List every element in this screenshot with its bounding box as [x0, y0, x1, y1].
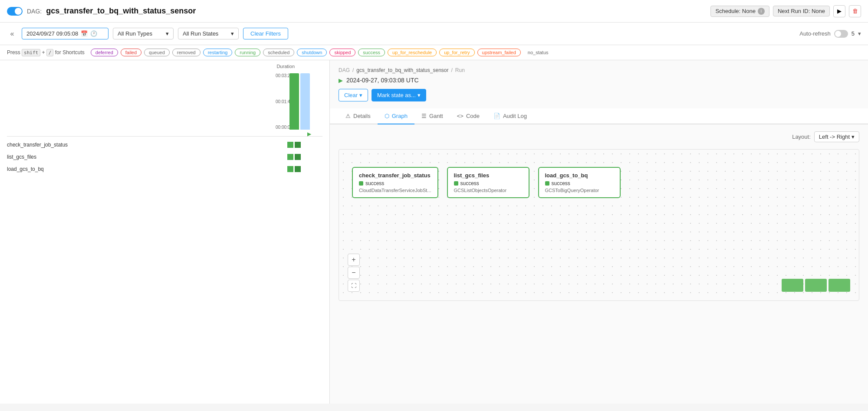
tab-audit-log[interactable]: 📄 Audit Log [487, 108, 534, 124]
breadcrumb-dag: DAG [339, 67, 350, 73]
status-badge-running[interactable]: running [235, 49, 260, 56]
datetime-input[interactable]: 2024/09/27 09:05:08 📅 🕐 [22, 28, 108, 39]
header-left: DAG: gcs_transfer_to_bq_with_status_sens… [7, 7, 196, 16]
main-content: Duration 00:03:23 00:01:41 00:00:00 ▶ ch… [0, 60, 868, 404]
run-states-label: All Run States [183, 30, 218, 37]
task-row-3[interactable]: load_gcs_to_bq [7, 163, 322, 175]
task-bar-3a [287, 166, 293, 172]
trigger-dag-button[interactable]: ▶ [833, 5, 845, 17]
auto-refresh-toggle[interactable] [834, 30, 848, 38]
task-bar-1a [287, 142, 293, 148]
mini-thumb-1 [782, 279, 803, 292]
dag-label: DAG: [27, 8, 42, 15]
clear-filters-button[interactable]: Clear Filters [243, 28, 288, 39]
layout-selector: Layout: Left -> Right ▾ [339, 131, 859, 142]
node-operator-1: CloudDataTransferServiceJobSt... [359, 188, 431, 193]
tab-graph-label: Graph [392, 113, 408, 119]
breadcrumb-run-label: Run [455, 67, 465, 73]
refresh-chevron[interactable]: ▾ [858, 30, 861, 37]
tab-code[interactable]: <> Code [450, 108, 487, 124]
node-status-2: success [454, 180, 523, 186]
delete-dag-button[interactable]: 🗑 [849, 5, 861, 17]
dag-toggle[interactable] [7, 7, 23, 16]
status-badge-up-for-reschedule[interactable]: up_for_reschedule [388, 49, 437, 56]
status-dot-1 [359, 181, 363, 186]
tab-details-label: Details [353, 113, 371, 119]
dag-node-load-gcs[interactable]: load_gcs_to_bq success GCSToBigQueryOper… [538, 167, 621, 198]
next-run-label: Next Run ID: None [778, 8, 825, 14]
zoom-controls: + − ⛶ [348, 254, 360, 292]
task-name-1: check_transfer_job_status [7, 142, 287, 148]
clock-icon: 🕐 [90, 30, 97, 37]
mark-state-label: Mark state as... [377, 92, 416, 98]
details-icon: ⚠ [345, 113, 351, 119]
status-row: Press shift + / for Shortcuts deferred f… [0, 45, 868, 60]
tab-gantt[interactable]: ☰ Gantt [414, 108, 450, 124]
breadcrumb-dag-name: gcs_transfer_to_bq_with_status_sensor [356, 67, 448, 73]
mini-thumb-2 [805, 279, 827, 292]
status-badge-skipped[interactable]: skipped [329, 49, 355, 56]
play-icon: ▶ [837, 8, 842, 14]
dag-node-list-gcs[interactable]: list_gcs_files success GCSListObjectsOpe… [447, 167, 529, 198]
zoom-out-button[interactable]: − [348, 267, 360, 279]
run-types-label: All Run Types [118, 30, 152, 37]
status-badge-up-for-retry[interactable]: up_for_retry [439, 49, 474, 56]
status-badge-removed[interactable]: removed [172, 49, 201, 56]
zoom-fit-button[interactable]: ⛶ [348, 280, 360, 292]
status-label-1: success [365, 180, 384, 186]
mark-state-chevron: ▾ [418, 92, 421, 98]
node-status-3: success [545, 180, 614, 186]
node-name-1: check_transfer_job_status [359, 172, 431, 179]
run-types-dropdown[interactable]: All Run Types ▾ [113, 28, 174, 39]
task-row-1[interactable]: check_transfer_job_status [7, 139, 322, 151]
run-states-chevron: ▾ [231, 30, 234, 37]
gantt-icon: ☰ [421, 113, 427, 119]
left-panel: Duration 00:03:23 00:01:41 00:00:00 ▶ ch… [0, 60, 330, 404]
toolbar: « 2024/09/27 09:05:08 📅 🕐 All Run Types … [0, 23, 868, 45]
status-badge-restarting[interactable]: restarting [203, 49, 233, 56]
run-states-dropdown[interactable]: All Run States ▾ [178, 28, 239, 39]
calendar-icon: 📅 [81, 30, 88, 37]
mini-thumbnails [782, 279, 850, 292]
status-badge-scheduled[interactable]: scheduled [263, 49, 294, 56]
play-indicator: ▶ [307, 131, 311, 137]
tab-graph[interactable]: ⬡ Graph [378, 108, 414, 124]
right-panel: DAG / gcs_transfer_to_bq_with_status_sen… [330, 60, 868, 404]
collapse-icon[interactable]: « [7, 29, 17, 39]
run-types-chevron: ▾ [166, 30, 169, 37]
mark-state-button[interactable]: Mark state as... ▾ [372, 89, 426, 101]
dag-node-check-transfer[interactable]: check_transfer_job_status success CloudD… [352, 167, 438, 198]
node-operator-3: GCSToBigQueryOperator [545, 188, 614, 193]
audit-icon: 📄 [493, 113, 500, 119]
right-header: DAG / gcs_transfer_to_bq_with_status_sen… [330, 60, 868, 101]
status-badge-upstream-failed[interactable]: upstream_failed [477, 49, 521, 56]
shortcut-hint: Press shift + / for Shortcuts [7, 49, 85, 55]
toolbar-right: Auto-refresh 5 ▾ [799, 30, 861, 38]
status-badge-no-status[interactable]: no_status [523, 49, 553, 56]
status-badge-success[interactable]: success [358, 49, 385, 56]
info-icon[interactable]: i [758, 8, 765, 15]
tab-details[interactable]: ⚠ Details [339, 108, 378, 124]
node-operator-2: GCSListObjectsOperator [454, 188, 523, 193]
tab-bar: ⚠ Details ⬡ Graph ☰ Gantt <> Code 📄 Audi… [330, 108, 868, 124]
layout-dropdown[interactable]: Left -> Right ▾ [814, 131, 859, 142]
task-bar-1b [295, 142, 301, 148]
task-row-2[interactable]: list_gcs_files [7, 151, 322, 163]
clear-button[interactable]: Clear ▾ [339, 89, 368, 101]
node-name-3: load_gcs_to_bq [545, 172, 614, 179]
next-run-badge: Next Run ID: None [773, 6, 830, 16]
zoom-in-button[interactable]: + [348, 254, 360, 266]
task-name-2: list_gcs_files [7, 154, 287, 160]
tab-code-label: Code [466, 113, 480, 119]
status-badge-failed[interactable]: failed [121, 49, 141, 56]
run-datetime: 2024-09-27, 09:03:08 UTC [346, 77, 419, 84]
status-badge-shutdown[interactable]: shutdown [297, 49, 327, 56]
status-badge-queued[interactable]: queued [144, 49, 170, 56]
breadcrumb-sep1: / [352, 67, 354, 73]
tab-gantt-label: Gantt [429, 113, 443, 119]
status-label-3: success [552, 180, 570, 186]
code-icon: <> [457, 113, 464, 119]
breadcrumb-sep2: / [451, 67, 453, 73]
status-badge-deferred[interactable]: deferred [91, 49, 118, 56]
chart-divider [7, 136, 322, 137]
